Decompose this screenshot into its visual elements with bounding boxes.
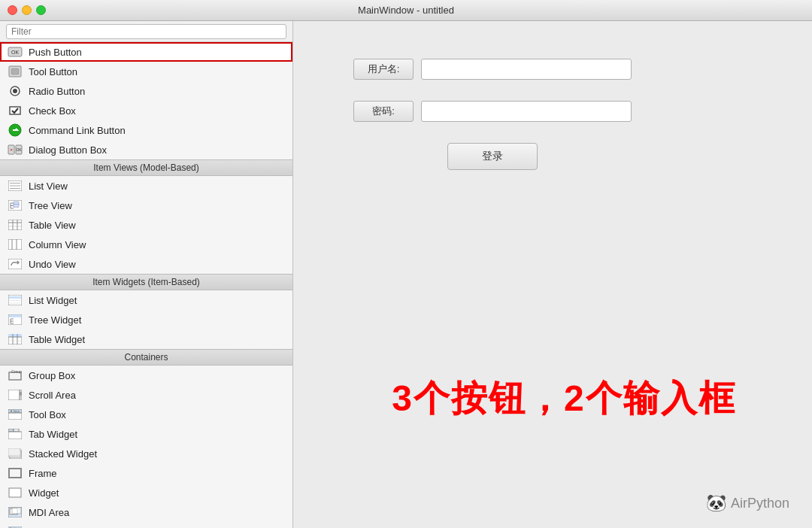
maximize-button[interactable] xyxy=(36,5,46,15)
window-controls xyxy=(8,5,46,15)
svg-rect-54 xyxy=(8,413,22,420)
tool-button-icon xyxy=(8,64,23,79)
dialog-button-box-icon: ✕ OK xyxy=(8,142,23,157)
sidebar-item-tab-widget[interactable]: Tab Widget xyxy=(0,424,292,444)
stacked-widget-icon xyxy=(8,446,23,461)
svg-rect-37 xyxy=(9,315,21,317)
svg-rect-50 xyxy=(8,390,20,400)
table-view-icon xyxy=(8,217,23,232)
sidebar-item-table-view[interactable]: Table View xyxy=(0,215,292,235)
dock-widget-icon: Dock xyxy=(8,524,23,528)
password-input[interactable] xyxy=(421,101,632,122)
svg-rect-58 xyxy=(8,432,22,439)
window-title: MainWindow - untitled xyxy=(358,5,454,16)
mdi-area-icon xyxy=(8,505,23,520)
scroll-area-icon xyxy=(8,387,23,402)
svg-point-5 xyxy=(13,89,17,93)
username-input[interactable] xyxy=(421,59,632,80)
tree-view-label: Tree View xyxy=(29,200,72,211)
section-header-item-widgets: Item Widgets (Item-Based) xyxy=(0,274,292,290)
filter-input[interactable] xyxy=(6,24,286,39)
sidebar-item-stacked-widget[interactable]: Stacked Widget xyxy=(0,444,292,463)
minimize-button[interactable] xyxy=(22,5,32,15)
scroll-area-label: Scroll Area xyxy=(29,390,76,401)
sidebar-item-list-view[interactable]: List View xyxy=(0,176,292,196)
sidebar-item-column-view[interactable]: Column View xyxy=(0,235,292,254)
frame-icon xyxy=(8,466,23,481)
radio-button-icon xyxy=(8,83,23,99)
push-button-label: Push Button xyxy=(29,47,82,58)
tree-widget-icon xyxy=(8,312,23,327)
svg-rect-23 xyxy=(8,220,22,230)
username-label: 用户名: xyxy=(353,59,414,80)
tree-view-icon xyxy=(8,198,23,213)
svg-rect-48 xyxy=(9,372,21,380)
sidebar-item-tree-widget[interactable]: Tree Widget xyxy=(0,310,292,329)
watermark: 🐼 AirPython xyxy=(706,493,789,513)
sidebar-item-check-box[interactable]: Check Box xyxy=(0,101,292,120)
design-area: 用户名: 密码: 登录 3个按钮，2个输入框 🐼 AirPython xyxy=(293,21,812,528)
table-widget-icon xyxy=(8,332,23,347)
svg-rect-43 xyxy=(8,334,22,337)
svg-rect-3 xyxy=(11,68,19,74)
sidebar-item-tool-box[interactable]: ▼ Item Tool Box xyxy=(0,405,292,424)
list-widget-label: List Widget xyxy=(29,295,77,306)
annotation-text: 3个按钮，2个输入框 xyxy=(331,375,797,423)
sidebar-item-push-button[interactable]: OK Push Button xyxy=(0,42,292,62)
svg-rect-56 xyxy=(8,429,14,432)
sidebar-item-list-widget[interactable]: List Widget xyxy=(0,290,292,310)
svg-rect-66 xyxy=(12,508,21,514)
svg-text:▼ Item: ▼ Item xyxy=(10,409,20,413)
widget-list: OK Push Button Tool Button xyxy=(0,42,292,528)
svg-text:OK: OK xyxy=(11,50,19,55)
watermark-icon: 🐼 xyxy=(706,493,726,513)
sidebar-item-widget[interactable]: Widget xyxy=(0,483,292,502)
column-view-icon xyxy=(8,237,23,252)
push-button-icon: OK xyxy=(8,44,23,59)
sidebar-item-tree-view[interactable]: Tree View xyxy=(0,196,292,215)
section-header-containers: Containers xyxy=(0,349,292,366)
list-view-label: List View xyxy=(29,181,68,192)
tab-widget-icon xyxy=(8,426,23,442)
filter-bar xyxy=(0,21,292,42)
table-widget-label: Table Widget xyxy=(29,334,85,345)
table-view-label: Table View xyxy=(29,220,76,231)
tool-box-label: Tool Box xyxy=(29,409,66,420)
dialog-button-box-label: Dialog Button Box xyxy=(29,144,107,156)
undo-view-icon xyxy=(8,256,23,272)
svg-text:Group: Group xyxy=(11,370,22,374)
left-panel: OK Push Button Tool Button xyxy=(0,21,293,528)
frame-label: Frame xyxy=(29,468,57,479)
group-box-icon: Group xyxy=(8,368,23,383)
sidebar-item-undo-view[interactable]: Undo View xyxy=(0,254,292,274)
watermark-text: AirPython xyxy=(731,496,789,511)
sidebar-item-dialog-button-box[interactable]: ✕ OK Dialog Button Box xyxy=(0,140,292,159)
sidebar-item-table-widget[interactable]: Table Widget xyxy=(0,329,292,349)
undo-view-label: Undo View xyxy=(29,259,76,270)
command-link-button-label: Command Link Button xyxy=(29,125,126,136)
svg-rect-62 xyxy=(9,469,21,478)
svg-rect-52 xyxy=(20,392,22,396)
close-button[interactable] xyxy=(8,5,17,15)
svg-text:OK: OK xyxy=(16,147,22,152)
command-link-button-icon xyxy=(8,123,23,138)
svg-rect-6 xyxy=(10,107,20,114)
svg-text:✕: ✕ xyxy=(10,147,13,152)
stacked-widget-label: Stacked Widget xyxy=(29,448,97,460)
sidebar-item-radio-button[interactable]: Radio Button xyxy=(0,81,292,101)
sidebar-item-scroll-area[interactable]: Scroll Area xyxy=(0,385,292,405)
list-view-icon xyxy=(8,178,23,193)
sidebar-item-group-box[interactable]: Group Group Box xyxy=(0,366,292,385)
login-button[interactable]: 登录 xyxy=(447,143,538,170)
password-label: 密码: xyxy=(353,101,414,122)
svg-rect-57 xyxy=(14,429,19,432)
login-form: 用户名: 密码: 登录 xyxy=(353,59,632,170)
sidebar-item-mdi-area[interactable]: MDI Area xyxy=(0,502,292,522)
sidebar-item-command-link-button[interactable]: Command Link Button xyxy=(0,120,292,140)
username-row: 用户名: xyxy=(353,59,632,80)
mdi-area-label: MDI Area xyxy=(29,507,69,518)
sidebar-item-frame[interactable]: Frame xyxy=(0,463,292,483)
tree-widget-label: Tree Widget xyxy=(29,314,81,326)
sidebar-item-dock-widget[interactable]: Dock Dock Widget xyxy=(0,522,292,528)
sidebar-item-tool-button[interactable]: Tool Button xyxy=(0,62,292,81)
